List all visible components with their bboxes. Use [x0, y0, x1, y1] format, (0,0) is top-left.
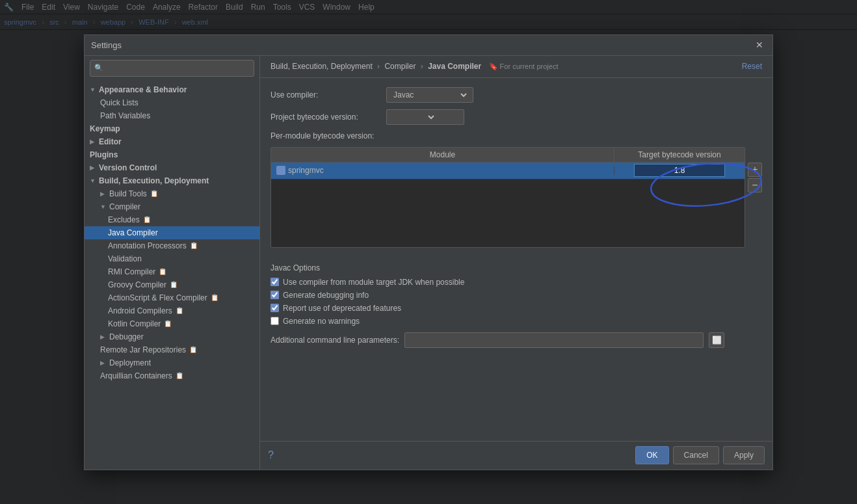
sidebar-item-java-compiler[interactable]: Java Compiler — [85, 226, 259, 239]
checkbox-report-deprecated-input[interactable] — [270, 304, 279, 312]
sidebar-item-build-execution[interactable]: ▼ Build, Execution, Deployment — [85, 174, 259, 187]
additional-params-browse-button[interactable]: ⬜ — [709, 332, 724, 348]
remove-row-button[interactable]: − — [748, 178, 762, 192]
ide-window: 🔧 File Edit View Navigate Code Analyze R… — [0, 0, 857, 504]
sidebar-tree: ▼ Appearance & Behavior Quick Lists Path… — [85, 81, 259, 470]
sidebar-item-label: Annotation Processors — [108, 241, 187, 250]
sidebar-item-label: Build, Execution, Deployment — [99, 176, 209, 185]
project-bytecode-label: Project bytecode version: — [270, 113, 381, 122]
sidebar-item-deployment[interactable]: ▶ Deployment — [85, 356, 259, 369]
for-project-label: 🔖 For current project — [489, 62, 559, 70]
checkbox-report-deprecated-label[interactable]: Report use of deprecated features — [283, 304, 401, 313]
col-module: Module — [271, 148, 614, 162]
note-icon: 📋 — [175, 371, 184, 380]
modal-overlay: Settings ✕ 🔍 ▼ Appearance & Behavior — [0, 0, 857, 504]
checkbox-generate-debug: Generate debugging info — [270, 291, 762, 300]
arrow-icon: ▶ — [100, 334, 107, 340]
sidebar-item-validation[interactable]: Validation — [85, 252, 259, 265]
content-body: Use compiler: Javac Eclipse Ajc — [260, 78, 772, 441]
per-module-row: Per-module bytecode version: — [270, 131, 762, 140]
bytecode-select-input[interactable]: 1.5 1.6 1.7 1.8 9 — [391, 112, 436, 122]
settings-dialog: Settings ✕ 🔍 ▼ Appearance & Behavior — [84, 34, 773, 470]
sidebar-item-label: Android Compilers — [108, 306, 172, 315]
note-icon: 📋 — [150, 189, 159, 198]
sidebar-item-remote-jar[interactable]: Remote Jar Repositories 📋 — [85, 343, 259, 356]
breadcrumb-part2: Compiler — [384, 62, 415, 71]
sidebar-item-editor[interactable]: ▶ Editor — [85, 135, 259, 148]
sidebar-item-actionscript[interactable]: ActionScript & Flex Compiler 📋 — [85, 291, 259, 304]
javac-options-section: Javac Options Use compiler from module t… — [270, 263, 762, 326]
project-bytecode-select[interactable]: 1.5 1.6 1.7 1.8 9 — [386, 109, 464, 125]
checkbox-report-deprecated: Report use of deprecated features — [270, 304, 762, 313]
breadcrumb-sep1: › — [377, 62, 380, 71]
sidebar-item-rmi[interactable]: RMI Compiler 📋 — [85, 265, 259, 278]
additional-params-input[interactable] — [404, 332, 704, 348]
sidebar-item-compiler[interactable]: ▼ Compiler — [85, 200, 259, 213]
sidebar-item-label: Version Control — [99, 163, 157, 172]
sidebar-item-label: Java Compiler — [108, 228, 158, 237]
sidebar-item-label: Arquillian Containers — [100, 371, 172, 380]
module-table-container: Module Target bytecode version springmvc — [270, 147, 762, 256]
add-row-button[interactable]: + — [748, 163, 762, 177]
content-header: Build, Execution, Deployment › Compiler … — [260, 56, 772, 78]
breadcrumb: Build, Execution, Deployment › Compiler … — [270, 62, 558, 71]
checkbox-use-compiler-input[interactable] — [270, 278, 279, 286]
note-icon: 📋 — [210, 293, 219, 302]
sidebar-item-android[interactable]: Android Compilers 📋 — [85, 304, 259, 317]
sidebar-item-excludes[interactable]: Excludes 📋 — [85, 213, 259, 226]
cancel-button[interactable]: Cancel — [673, 446, 719, 464]
help-icon[interactable]: ? — [268, 449, 274, 461]
sidebar-item-build-tools[interactable]: ▶ Build Tools 📋 — [85, 187, 259, 200]
sidebar-item-plugins[interactable]: Plugins — [85, 148, 259, 161]
module-icon — [276, 166, 285, 175]
sidebar-item-keymap[interactable]: Keymap — [85, 122, 259, 135]
sidebar-search-box[interactable]: 🔍 — [90, 60, 254, 77]
sidebar-item-annotation[interactable]: Annotation Processors 📋 — [85, 239, 259, 252]
sidebar-item-label: Kotlin Compiler — [108, 319, 161, 328]
checkbox-no-warnings-input[interactable] — [270, 317, 279, 325]
checkbox-generate-debug-label[interactable]: Generate debugging info — [283, 291, 369, 300]
breadcrumb-part1: Build, Execution, Deployment — [270, 62, 373, 71]
checkbox-generate-debug-input[interactable] — [270, 291, 279, 299]
dialog-close-button[interactable]: ✕ — [753, 38, 766, 51]
sidebar-item-label: Deployment — [109, 358, 151, 367]
sidebar-item-debugger[interactable]: ▶ Debugger — [85, 330, 259, 343]
sidebar-item-version-control[interactable]: ▶ Version Control — [85, 161, 259, 174]
checkbox-no-warnings-label[interactable]: Generate no warnings — [283, 317, 360, 326]
sidebar-item-kotlin[interactable]: Kotlin Compiler 📋 — [85, 317, 259, 330]
checkbox-use-compiler: Use compiler from module target JDK when… — [270, 278, 762, 287]
javac-options-title: Javac Options — [270, 263, 762, 272]
use-compiler-select[interactable]: Javac Eclipse Ajc — [386, 87, 473, 103]
checkbox-no-warnings: Generate no warnings — [270, 317, 762, 326]
sidebar-item-groovy[interactable]: Groovy Compiler 📋 — [85, 278, 259, 291]
sidebar-item-label: Build Tools — [109, 189, 147, 198]
arrow-icon: ▶ — [90, 165, 96, 171]
use-compiler-row: Use compiler: Javac Eclipse Ajc — [270, 87, 762, 103]
dialog-sidebar: 🔍 ▼ Appearance & Behavior Quick Lists — [85, 56, 260, 470]
module-cell-version[interactable] — [614, 164, 745, 177]
sidebar-item-arquillian[interactable]: Arquillian Containers 📋 — [85, 369, 259, 382]
col-version: Target bytecode version — [614, 148, 745, 162]
breadcrumb-part3: Java Compiler — [428, 62, 481, 71]
sidebar-search-input[interactable] — [106, 64, 250, 73]
compiler-select-input[interactable]: Javac Eclipse Ajc — [391, 90, 469, 100]
sidebar-item-path-variables[interactable]: Path Variables — [85, 109, 259, 122]
arrow-icon: ▼ — [90, 86, 96, 93]
arrow-icon: ▶ — [100, 360, 107, 366]
use-compiler-label: Use compiler: — [270, 90, 381, 99]
module-table: Module Target bytecode version springmvc — [270, 147, 745, 248]
sidebar-item-label: Keymap — [90, 124, 120, 133]
checkbox-use-compiler-label[interactable]: Use compiler from module target JDK when… — [283, 278, 464, 287]
arrow-icon: ▶ — [100, 191, 107, 197]
table-body: springmvc — [271, 163, 745, 247]
sidebar-item-label: RMI Compiler — [108, 267, 155, 276]
reset-link[interactable]: Reset — [742, 62, 762, 71]
additional-params-label: Additional command line parameters: — [270, 336, 399, 345]
sidebar-item-appearance[interactable]: ▼ Appearance & Behavior — [85, 83, 259, 96]
version-input[interactable] — [634, 164, 725, 177]
table-row[interactable]: springmvc — [271, 163, 745, 179]
apply-button[interactable]: Apply — [723, 446, 765, 464]
ok-button[interactable]: OK — [635, 446, 668, 464]
sidebar-item-quick-lists[interactable]: Quick Lists — [85, 96, 259, 109]
sidebar-item-label: Validation — [108, 254, 142, 263]
